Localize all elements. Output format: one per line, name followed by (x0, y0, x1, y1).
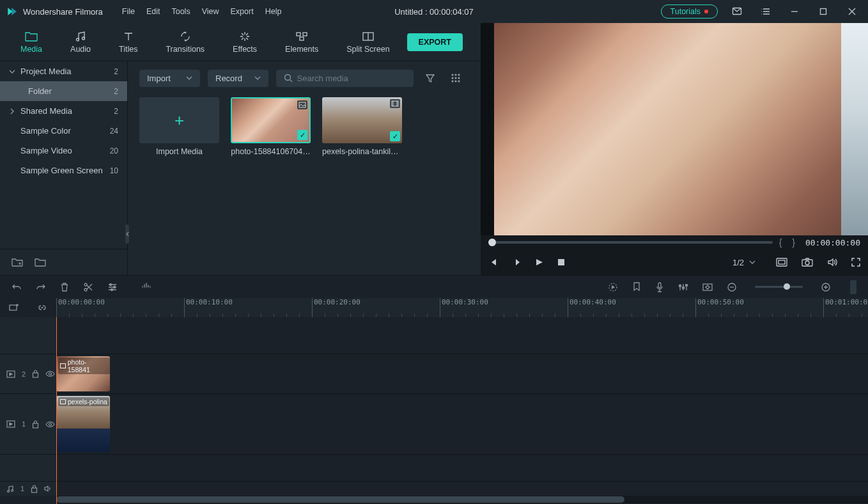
volume-button[interactable] (827, 257, 837, 267)
tab-effects[interactable]: Effects (219, 31, 271, 54)
timeline-ruler[interactable]: 00:00:00:0000:00:10:0000:00:20:0000:00:3… (56, 298, 868, 317)
stop-button[interactable] (557, 258, 565, 266)
preview-image (494, 23, 855, 235)
preview-viewport[interactable] (481, 23, 868, 235)
snapshot-button[interactable] (802, 258, 813, 267)
tab-elements[interactable]: Elements (271, 31, 332, 54)
render-preview-icon[interactable] (608, 282, 618, 292)
menu-help[interactable]: Help (265, 7, 282, 16)
svg-rect-6 (300, 37, 304, 40)
scrollbar-thumb[interactable] (56, 496, 624, 503)
braces-icon[interactable]: { } (779, 237, 799, 248)
search-input[interactable] (276, 70, 414, 87)
scrub-track[interactable] (488, 241, 773, 244)
play-pause-button[interactable] (511, 258, 520, 267)
timeline-section: 00:00:00:0000:00:10:0000:00:20:0000:00:3… (0, 275, 868, 504)
plus-icon: + (174, 111, 184, 130)
tab-titles[interactable]: Titles (105, 31, 151, 54)
track-head-v2: 2 (0, 354, 56, 393)
delete-button[interactable] (60, 282, 69, 292)
timeline-horizontal-scrollbar[interactable] (0, 496, 868, 503)
minimize-button[interactable] (785, 2, 804, 21)
tab-media[interactable]: Media (6, 31, 56, 54)
menu-edit[interactable]: Edit (146, 7, 160, 16)
sidebar-item-sample-video[interactable]: Sample Video20 (0, 141, 127, 161)
prev-frame-button[interactable] (488, 258, 497, 267)
filter-icon[interactable] (421, 69, 439, 87)
add-track-icon[interactable] (9, 303, 19, 312)
quality-button[interactable] (776, 258, 787, 267)
svg-rect-32 (679, 285, 681, 287)
lock-icon[interactable] (32, 420, 39, 429)
sidebar-item-project-media[interactable]: Project Media2 (0, 61, 127, 81)
new-folder-icon[interactable] (12, 257, 23, 267)
sidebar-item-sample-color[interactable]: Sample Color24 (0, 121, 127, 141)
svg-rect-44 (33, 423, 38, 428)
close-button[interactable] (842, 2, 862, 21)
svg-rect-1 (821, 9, 826, 15)
project-title: Untitled : 00:00:04:07 (394, 7, 474, 17)
svg-point-25 (84, 283, 87, 286)
grid-view-icon[interactable] (447, 69, 465, 87)
list-icon[interactable] (756, 2, 775, 21)
link-icon[interactable] (37, 303, 47, 312)
audio-mixer-icon[interactable] (678, 283, 688, 292)
lock-icon[interactable] (32, 370, 39, 378)
edit-tools-button[interactable] (107, 283, 118, 292)
svg-point-27 (110, 283, 112, 285)
speaker-icon[interactable] (44, 485, 52, 492)
music-icon (75, 31, 86, 42)
zoom-in-icon[interactable] (821, 282, 831, 292)
timeline-clip-photo[interactable]: photo-158841 (56, 356, 110, 391)
zoom-slider-knob[interactable] (784, 283, 790, 290)
video-track-1[interactable]: 1 pexels-polina (0, 394, 868, 455)
menu-tools[interactable]: Tools (171, 7, 190, 16)
timeline-zoom-slider[interactable] (755, 286, 803, 288)
eye-icon[interactable] (45, 421, 55, 428)
ruler-tick: 00:00:10:00 (184, 298, 233, 317)
media-thumb-1[interactable]: ✓ photo-15884106704… (231, 97, 311, 156)
tab-audio[interactable]: Audio (56, 31, 105, 54)
tab-split-screen[interactable]: Split Screen (332, 31, 403, 54)
tutorials-button[interactable]: Tutorials (661, 4, 718, 19)
zoom-out-icon[interactable] (727, 282, 737, 292)
timeline-clip-video[interactable]: pexels-polina (56, 396, 110, 452)
keyframe-icon[interactable] (702, 283, 713, 292)
video-track-2[interactable]: 2 photo-158841 (0, 354, 868, 394)
chevron-down-icon (9, 68, 15, 75)
maximize-button[interactable] (814, 2, 833, 21)
tab-transitions[interactable]: Transitions (151, 31, 219, 54)
marker-icon[interactable] (632, 282, 641, 292)
sidebar-item-sample-green-screen[interactable]: Sample Green Screen10 (0, 161, 127, 180)
lock-icon[interactable] (31, 485, 38, 493)
export-button[interactable]: EXPORT (407, 33, 463, 51)
message-icon[interactable] (727, 2, 747, 21)
svg-rect-42 (61, 364, 66, 368)
audio-track-1[interactable]: 1 (0, 482, 868, 496)
play-button[interactable] (534, 258, 543, 267)
undo-button[interactable] (12, 283, 22, 292)
menu-file[interactable]: File (122, 7, 135, 16)
svg-point-3 (82, 37, 85, 40)
sidebar-item-folder[interactable]: Folder2 (0, 81, 127, 101)
chevron-down-icon (254, 75, 261, 81)
scrub-knob[interactable] (488, 239, 496, 246)
record-dropdown[interactable]: Record (208, 70, 268, 87)
split-button[interactable] (83, 282, 93, 292)
import-dropdown[interactable]: Import (139, 70, 200, 87)
import-media-tile[interactable]: + Import Media (139, 97, 219, 156)
preview-zoom-select[interactable]: 1/2 (726, 255, 762, 270)
checkmark-icon: ✓ (297, 130, 307, 140)
record-voice-icon[interactable] (655, 282, 664, 292)
menu-export[interactable]: Export (231, 7, 254, 16)
voiceover-icon[interactable] (141, 282, 151, 292)
folder-icon[interactable] (35, 257, 46, 267)
video-track-icon (6, 370, 15, 378)
eye-icon[interactable] (45, 370, 55, 377)
sidebar-item-shared-media[interactable]: Shared Media2 (0, 101, 127, 121)
media-thumb-2[interactable]: ✓ pexels-polina-tankilevi… (322, 97, 402, 156)
fullscreen-button[interactable] (851, 258, 860, 267)
redo-button[interactable] (36, 283, 46, 292)
preview-panel: { } 00:00:00:00 1/2 (481, 23, 868, 275)
menu-view[interactable]: View (202, 7, 219, 16)
